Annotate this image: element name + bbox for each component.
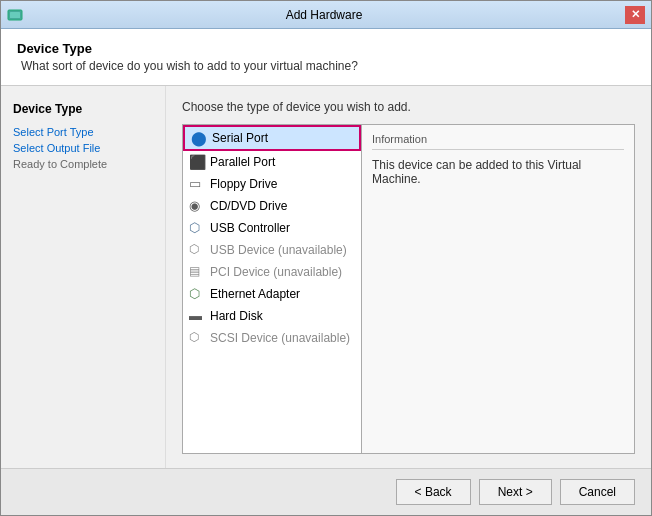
main-content: Device Type Select Port Type Select Outp… [1,86,651,468]
svg-rect-1 [10,12,20,18]
device-item-serial-port[interactable]: ⬤ Serial Port [183,125,361,151]
device-label-cdvd-drive: CD/DVD Drive [210,199,287,213]
floppy-drive-icon: ▭ [189,176,205,192]
ethernet-adapter-icon: ⬡ [189,286,205,302]
device-item-cdvd-drive[interactable]: ◉ CD/DVD Drive [183,195,361,217]
scsi-device-icon: ⬡ [189,330,205,346]
cdvd-drive-icon: ◉ [189,198,205,214]
footer: < Back Next > Cancel [1,468,651,515]
device-item-parallel-port[interactable]: ⬛ Parallel Port [183,151,361,173]
info-panel: Information This device can be added to … [362,124,635,454]
content-instruction: Choose the type of device you wish to ad… [182,100,635,114]
cancel-button[interactable]: Cancel [560,479,635,505]
device-item-hard-disk[interactable]: ▬ Hard Disk [183,305,361,327]
parallel-port-icon: ⬛ [189,154,205,170]
device-label-parallel-port: Parallel Port [210,155,275,169]
main-window: Add Hardware ✕ Device Type What sort of … [0,0,652,516]
device-label-usb-device: USB Device (unavailable) [210,243,347,257]
device-list: ⬤ Serial Port ⬛ Parallel Port ▭ Floppy D… [182,124,362,454]
close-button[interactable]: ✕ [625,6,645,24]
device-label-hard-disk: Hard Disk [210,309,263,323]
sidebar-item-select-output-file[interactable]: Select Output File [13,140,153,156]
serial-port-icon: ⬤ [191,130,207,146]
device-label-floppy-drive: Floppy Drive [210,177,277,191]
hard-disk-icon: ▬ [189,308,205,324]
pci-device-icon: ▤ [189,264,205,280]
content-area: Choose the type of device you wish to ad… [166,86,651,468]
next-button[interactable]: Next > [479,479,552,505]
device-item-usb-device[interactable]: ⬡ USB Device (unavailable) [183,239,361,261]
header-section: Device Type What sort of device do you w… [1,29,651,86]
sidebar-item-select-port-type[interactable]: Select Port Type [13,124,153,140]
device-label-scsi-device: SCSI Device (unavailable) [210,331,350,345]
window-title: Add Hardware [23,8,625,22]
back-button[interactable]: < Back [396,479,471,505]
usb-controller-icon: ⬡ [189,220,205,236]
app-icon [7,7,23,23]
sidebar-item-ready-to-complete: Ready to Complete [13,156,153,172]
device-item-floppy-drive[interactable]: ▭ Floppy Drive [183,173,361,195]
sidebar: Device Type Select Port Type Select Outp… [1,86,166,468]
info-panel-text: This device can be added to this Virtual… [372,158,624,186]
device-item-usb-controller[interactable]: ⬡ USB Controller [183,217,361,239]
device-label-usb-controller: USB Controller [210,221,290,235]
sidebar-title: Device Type [13,102,153,116]
device-item-scsi-device[interactable]: ⬡ SCSI Device (unavailable) [183,327,361,349]
device-label-pci-device: PCI Device (unavailable) [210,265,342,279]
device-item-ethernet-adapter[interactable]: ⬡ Ethernet Adapter [183,283,361,305]
device-label-ethernet-adapter: Ethernet Adapter [210,287,300,301]
info-panel-title: Information [372,133,624,150]
device-item-pci-device[interactable]: ▤ PCI Device (unavailable) [183,261,361,283]
header-subtitle: What sort of device do you wish to add t… [21,59,635,73]
title-bar: Add Hardware ✕ [1,1,651,29]
header-title: Device Type [17,41,635,56]
device-panel: ⬤ Serial Port ⬛ Parallel Port ▭ Floppy D… [182,124,635,454]
device-label-serial-port: Serial Port [212,131,268,145]
usb-device-icon: ⬡ [189,242,205,258]
